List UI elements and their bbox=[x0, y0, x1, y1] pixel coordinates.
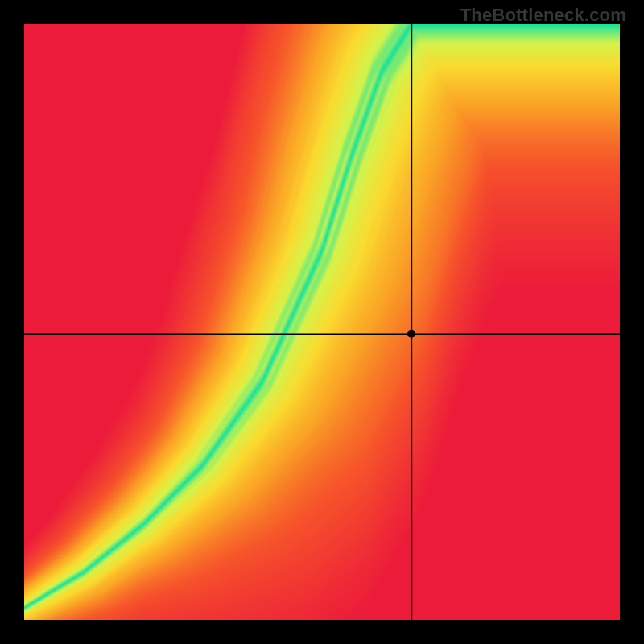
bottleneck-heatmap bbox=[24, 24, 620, 620]
chart-frame: TheBottleneck.com bbox=[0, 0, 644, 644]
watermark-label: TheBottleneck.com bbox=[460, 5, 626, 26]
